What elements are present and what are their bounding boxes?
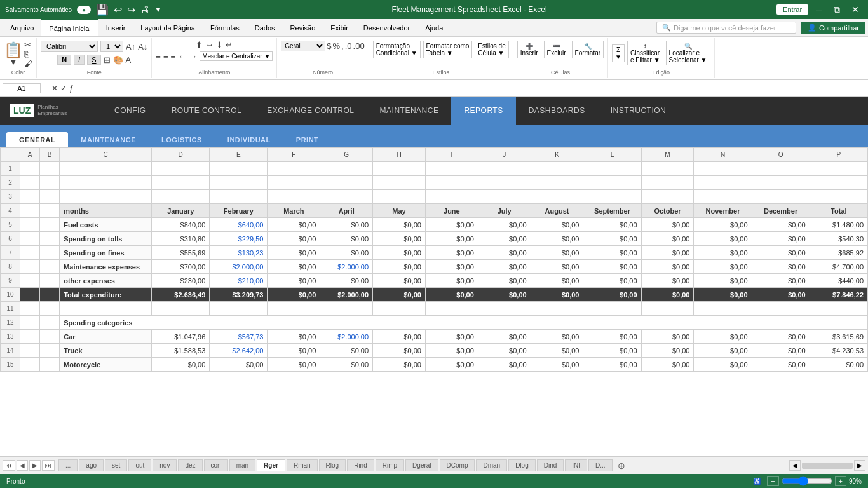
zoom-slider[interactable] <box>782 476 832 486</box>
decimal-increase-icon[interactable]: .0 <box>345 42 352 50</box>
fines-feb[interactable]: $130,23 <box>210 246 268 260</box>
other-aug[interactable]: $0,00 <box>531 274 583 288</box>
tolls-may[interactable]: $0,00 <box>373 232 426 246</box>
moto-jan[interactable]: $0,00 <box>152 358 210 372</box>
fines-may[interactable]: $0,00 <box>373 246 426 260</box>
copy-icon[interactable]: ⎘ <box>24 50 32 58</box>
redo-icon[interactable]: ↪ <box>127 4 135 16</box>
zoom-out-button[interactable]: − <box>767 476 778 486</box>
fines-jun[interactable]: $0,00 <box>425 246 478 260</box>
col-header-H[interactable]: H <box>373 148 426 162</box>
moto-dec[interactable]: $0,00 <box>752 358 810 372</box>
truck-mar[interactable]: $0,00 <box>268 344 320 358</box>
sheet-tab-nov[interactable]: nov <box>153 459 177 471</box>
car-jan[interactable]: $1.047,96 <box>152 330 210 344</box>
sheet-tab-con[interactable]: con <box>204 459 228 471</box>
font-color-icon[interactable]: A <box>126 56 132 64</box>
car-total[interactable]: $3.615,69 <box>810 330 867 344</box>
col-march-header[interactable]: March <box>268 204 320 218</box>
truck-feb[interactable]: $2.642,00 <box>210 344 268 358</box>
motorcycle-label[interactable]: Motorcycle <box>60 358 152 372</box>
col-header-K[interactable]: K <box>531 148 583 162</box>
indent-decrease-icon[interactable]: ← <box>178 52 186 60</box>
nav-maintenance[interactable]: MAINTENANCE <box>367 97 452 125</box>
moto-oct[interactable]: $0,00 <box>641 358 694 372</box>
nav-dashboards[interactable]: DASHBOARDS <box>516 97 598 125</box>
horizontal-scrollbar[interactable] <box>802 463 853 469</box>
col-may-header[interactable]: May <box>373 204 426 218</box>
other-jan[interactable]: $230,00 <box>152 274 210 288</box>
fines-nov[interactable]: $0,00 <box>694 246 752 260</box>
car-aug[interactable]: $0,00 <box>531 330 583 344</box>
tab-revisao[interactable]: Revisão <box>283 19 323 36</box>
maint-apr[interactable]: $2.000,00 <box>320 260 373 274</box>
moto-apr[interactable]: $0,00 <box>320 358 373 372</box>
indent-increase-icon[interactable]: → <box>189 52 197 60</box>
customize-icon[interactable]: ▼ <box>154 5 162 14</box>
percent-icon[interactable]: % <box>333 42 341 50</box>
total-dec[interactable]: $0,00 <box>752 288 810 302</box>
fuel-jun[interactable]: $0,00 <box>425 218 478 232</box>
col-total-header[interactable]: Total <box>810 204 867 218</box>
car-sep[interactable]: $0,00 <box>583 330 641 344</box>
tab-arquivo[interactable]: Arquivo <box>3 19 41 36</box>
sheet-tab-dman[interactable]: Dman <box>476 459 507 471</box>
report-tab-print[interactable]: PRINT <box>283 132 332 147</box>
tolls-label[interactable]: Spending on tolls <box>60 232 152 246</box>
moto-jun[interactable]: $0,00 <box>425 358 478 372</box>
maint-aug[interactable]: $0,00 <box>531 260 583 274</box>
paste-arrow-icon[interactable]: ▼ <box>10 58 18 66</box>
confirm-formula-icon[interactable]: ✓ <box>60 84 67 93</box>
col-header-M[interactable]: M <box>641 148 694 162</box>
tab-layout[interactable]: Layout da Página <box>133 19 203 36</box>
maintenance-label[interactable]: Maintenance expenses <box>60 260 152 274</box>
italic-button[interactable]: I <box>74 55 85 65</box>
sheet-tab-d-dots[interactable]: D... <box>588 459 613 471</box>
delete-button[interactable]: ➖Excluir <box>544 41 569 58</box>
tab-pagina-inicial[interactable]: Página Inicial <box>41 19 98 36</box>
font-size-select[interactable]: 11 <box>100 41 123 52</box>
car-nov[interactable]: $0,00 <box>694 330 752 344</box>
border-icon[interactable]: ⊞ <box>104 56 111 64</box>
col-header-N[interactable]: N <box>694 148 752 162</box>
nav-route-control[interactable]: ROUTE CONTROL <box>159 97 255 125</box>
col-header-J[interactable]: J <box>478 148 531 162</box>
fuel-jan[interactable]: $840,00 <box>152 218 210 232</box>
maint-jul[interactable]: $0,00 <box>478 260 531 274</box>
tab-inserir[interactable]: Inserir <box>98 19 133 36</box>
col-january-header[interactable]: January <box>152 204 210 218</box>
format-button[interactable]: 🔧Formatar <box>572 41 604 58</box>
search-bar[interactable]: 🔍 Diga-me o que você deseja fazer <box>656 22 796 34</box>
moto-feb[interactable]: $0,00 <box>210 358 268 372</box>
col-header-G[interactable]: G <box>320 148 373 162</box>
fuel-dec[interactable]: $0,00 <box>752 218 810 232</box>
save-icon[interactable]: 💾 <box>96 4 109 16</box>
total-jun[interactable]: $0,00 <box>425 288 478 302</box>
moto-sep[interactable]: $0,00 <box>583 358 641 372</box>
total-exp-label[interactable]: Total expenditure <box>60 288 152 302</box>
print-icon[interactable]: 🖨 <box>140 4 149 15</box>
tab-exibir[interactable]: Exibir <box>323 19 356 36</box>
increase-font-icon[interactable]: A↑ <box>126 43 135 51</box>
fuel-sep[interactable]: $0,00 <box>583 218 641 232</box>
align-left-icon[interactable]: ≡ <box>156 52 161 60</box>
col-header-B[interactable]: B <box>40 148 60 162</box>
sheet-tab-ini[interactable]: INI <box>565 459 587 471</box>
align-center-icon[interactable]: ≡ <box>163 52 168 60</box>
sheet-nav-last[interactable]: ⏭ <box>42 460 55 471</box>
col-april-header[interactable]: April <box>320 204 373 218</box>
car-mar[interactable]: $0,00 <box>268 330 320 344</box>
sheet-tab-rind[interactable]: Rind <box>347 459 374 471</box>
comma-icon[interactable]: , <box>341 42 344 50</box>
fines-oct[interactable]: $0,00 <box>641 246 694 260</box>
truck-aug[interactable]: $0,00 <box>531 344 583 358</box>
align-top-icon[interactable]: ⬆ <box>196 41 203 49</box>
close-button[interactable]: ✕ <box>848 3 863 16</box>
fines-jul[interactable]: $0,00 <box>478 246 531 260</box>
tolls-mar[interactable]: $0,00 <box>268 232 320 246</box>
align-right-icon[interactable]: ≡ <box>171 52 176 60</box>
other-jun[interactable]: $0,00 <box>425 274 478 288</box>
car-label[interactable]: Car <box>60 330 152 344</box>
align-bottom-icon[interactable]: ⬇ <box>216 41 223 49</box>
tolls-nov[interactable]: $0,00 <box>694 232 752 246</box>
